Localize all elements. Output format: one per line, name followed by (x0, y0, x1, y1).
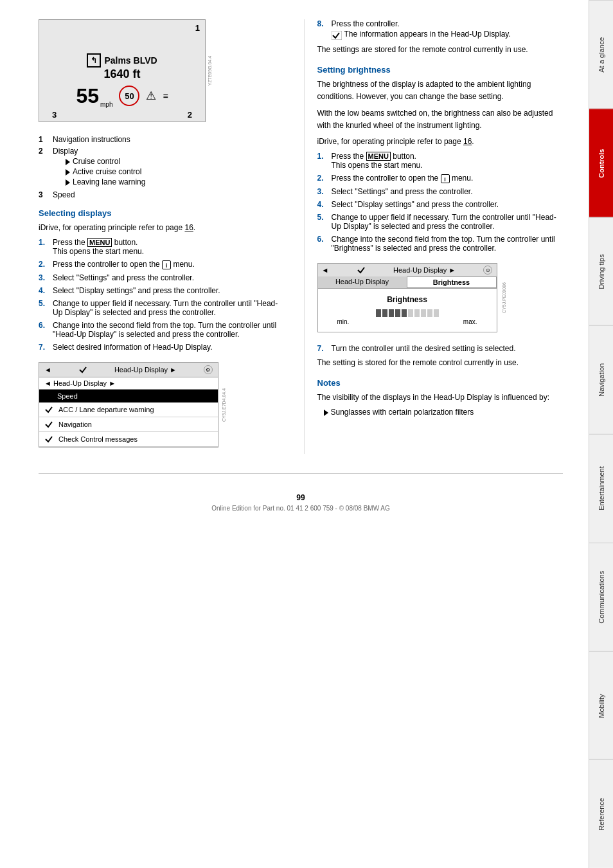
main-content: 1 ↰ Palms BLVD 1640 ft 55 (0, 0, 589, 531)
hud-row-nav: Navigation (39, 417, 218, 432)
sidebar-tab-mobility[interactable]: Mobility (589, 651, 613, 760)
sidebar-tab-communications[interactable]: Communications (589, 543, 613, 651)
bright-step-5: 5. Change to upper field if necessary. T… (317, 213, 564, 231)
hud-display: 1 ↰ Palms BLVD 1640 ft 55 (39, 20, 205, 122)
step-7: 7. Select desired information of Head-Up… (39, 343, 285, 352)
hud-bottom-row: 55 mph 50 ⚠ ≡ (76, 84, 168, 108)
legend-num-3: 3 (39, 190, 48, 199)
bar-seg-9 (427, 309, 432, 317)
diagram-rotated-label: YZ7E09G.04.4 (208, 56, 212, 86)
footer-text: Online Edition for Part no. 01 41 2 600 … (39, 505, 563, 512)
triangle-icon-1 (66, 159, 70, 165)
notes-heading: Notes (317, 378, 564, 388)
hud-row-check-label: Check Control messages (58, 435, 138, 443)
page-link-16-b[interactable]: 16 (463, 137, 472, 146)
brightness-tab-brightness[interactable]: Brightness (407, 276, 497, 288)
left-column: 1 ↰ Palms BLVD 1640 ft 55 (39, 19, 285, 454)
diagram-label-2: 2 (188, 110, 192, 120)
hud-diagram-wrapper: 1 ↰ Palms BLVD 1640 ft 55 (39, 19, 206, 122)
brightness-settings-icon: ⊙ (483, 266, 492, 275)
legend-num-2: 2 (39, 147, 48, 188)
bar-seg-2 (382, 309, 387, 317)
brightness-para-2: With the low beams switched on, the brig… (317, 107, 564, 132)
brightness-tab-row: Head-Up Display Brightness (318, 276, 497, 289)
brightness-header: ◄ Head-Up Display ► ⊙ (318, 264, 497, 276)
sidebar-tab-reference[interactable]: Reference (589, 759, 613, 868)
notes-triangle-1 (324, 410, 328, 416)
brightness-body: Brightness (318, 289, 497, 332)
hud-box-2: ◄ Head-Up Display ► ⊙ Head-Up Display Br… (317, 263, 497, 332)
right-step-8: 8. Press the controller. The information… (317, 19, 564, 40)
checkmark-brightness (357, 266, 366, 275)
brightness-tab-hud[interactable]: Head-Up Display (318, 276, 407, 288)
stored-text-2: The setting is stored for the remote con… (317, 357, 564, 369)
hud-row-speed-label: Speed (57, 392, 78, 400)
bar-seg-4 (395, 309, 400, 317)
hud-row-nav-label: Navigation (58, 420, 92, 428)
hud-box-2-rotated-label: CY5J.PE09086 (502, 282, 506, 313)
step-text-2: Press the controller to open the i menu. (53, 260, 285, 269)
legend-text-2: Display (53, 147, 78, 156)
step-text-5: Change to upper field if necessary. Turn… (53, 299, 285, 317)
bright-step-2: 2. Press the controller to open the i me… (317, 174, 564, 183)
bright-step-text-2: Press the controller to open the i menu. (332, 174, 564, 183)
bar-seg-5 (402, 309, 407, 317)
bright-step-num-5: 5. (317, 213, 326, 231)
bright-step-num-6: 6. (317, 235, 326, 253)
step-6: 6. Change into the second field from the… (39, 321, 285, 339)
bright-step-6: 6. Change into the second field from the… (317, 235, 564, 253)
bar-seg-10 (434, 309, 439, 317)
diagram-section: 1 ↰ Palms BLVD 1640 ft 55 (39, 19, 285, 122)
hud-row-speed: Speed (39, 390, 218, 402)
brightness-max-label: max. (463, 318, 477, 325)
brightness-header-text: ◄ (322, 266, 329, 274)
sidebar-tab-controls[interactable]: Controls (589, 109, 613, 217)
hud-row-acc: ACC / Lane departure warning (39, 402, 218, 417)
sidebar-tab-at-a-glance[interactable]: At a glance (589, 0, 613, 109)
page-link-16-a[interactable]: 16 (184, 223, 193, 232)
bright-step-text-5: Change to upper field if necessary. Turn… (332, 213, 564, 231)
check-check (44, 435, 53, 444)
check-nav (44, 420, 53, 429)
step-num-2: 2. (39, 260, 48, 269)
sidebar-tab-entertainment[interactable]: Entertainment (589, 434, 613, 543)
step-text-3: Select "Settings" and press the controll… (53, 273, 285, 282)
hud-row-check: Check Control messages (39, 432, 218, 447)
checkmark-icon (78, 365, 87, 374)
hud-header-text: Head-Up Display ► (114, 366, 177, 374)
diagram-label-3: 3 (52, 110, 57, 120)
bright-step-num-2: 2. (317, 174, 326, 183)
hud-street-row: ↰ Palms BLVD (87, 53, 157, 68)
sidebar: At a glance Controls Driving tips Naviga… (589, 0, 613, 868)
brightness-bar-labels: min. max. (324, 318, 490, 325)
legend-text-3: Speed (53, 190, 75, 199)
after-step-text-7: Turn the controller until the desired se… (332, 344, 564, 353)
hud-box-1-header: ◄ Head-Up Display ► ⚙ (39, 363, 218, 377)
sub-item-acc: Active cruise control (66, 167, 145, 176)
hud-row-acc-label: ACC / Lane departure warning (58, 406, 154, 413)
step-text-4: Select "Display settings" and press the … (53, 286, 285, 295)
sidebar-tab-driving-tips[interactable]: Driving tips (589, 217, 613, 326)
sub-text-1: Cruise control (73, 157, 120, 166)
right-steps-top: 8. Press the controller. The information… (317, 19, 564, 40)
right-step-num-8: 8. (317, 19, 326, 40)
selecting-displays-steps: 1. Press the MENU button.This opens the … (39, 238, 285, 352)
bright-step-3: 3. Select "Settings" and press the contr… (317, 187, 564, 196)
turn-arrow: ↰ (87, 53, 101, 68)
info-icon-1: i (162, 260, 171, 269)
step-1: 1. Press the MENU button.This opens the … (39, 238, 285, 256)
after-box-step-7: 7. Turn the controller until the desired… (317, 344, 564, 353)
step-5: 5. Change to upper field if necessary. T… (39, 299, 285, 317)
brightness-para-1: The brightness of the display is adapted… (317, 78, 564, 103)
hud-speed-limit: 50 (119, 86, 139, 106)
brightness-min-label: min. (337, 318, 350, 325)
sidebar-tab-navigation[interactable]: Navigation (589, 325, 613, 434)
brightness-steps: 1. Press the MENU button.This opens the … (317, 152, 564, 253)
bright-step-num-3: 3. (317, 187, 326, 196)
two-column-layout: 1 ↰ Palms BLVD 1640 ft 55 (39, 19, 563, 454)
brightness-bar (376, 309, 439, 317)
brightness-label: Brightness (324, 295, 490, 304)
after-step-num-7: 7. (317, 344, 326, 353)
stored-text-1: The settings are stored for the remote c… (317, 44, 564, 56)
street-name: Palms BLVD (104, 55, 157, 66)
